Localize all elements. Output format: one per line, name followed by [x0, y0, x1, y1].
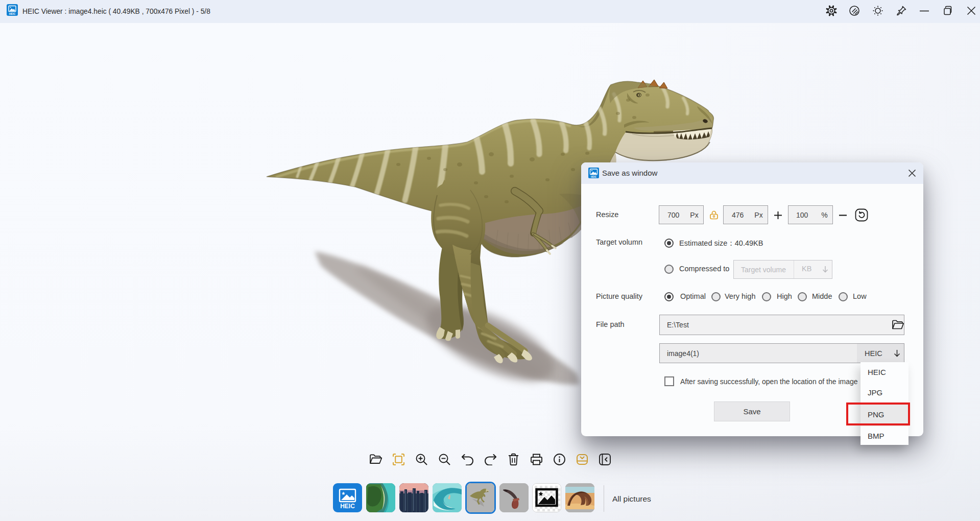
svg-text:HEIC: HEIC	[591, 176, 597, 178]
svg-text:HEIC: HEIC	[340, 503, 355, 510]
svg-text:HEIC: HEIC	[9, 12, 16, 15]
